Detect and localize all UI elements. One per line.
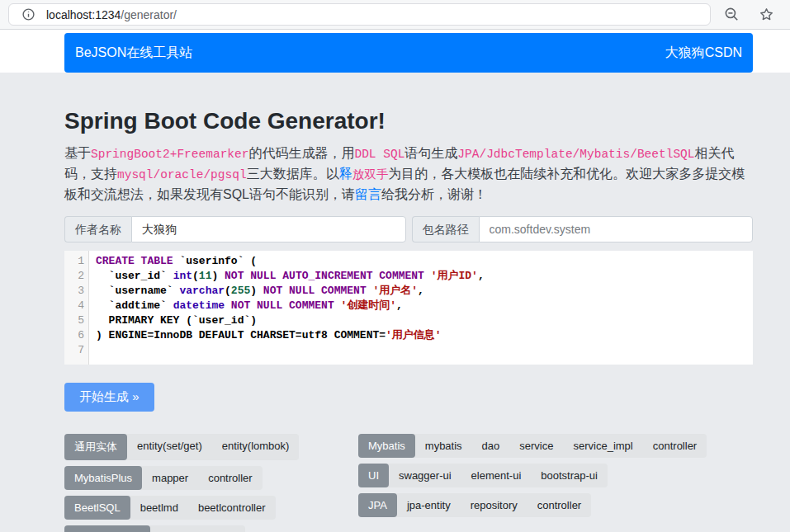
code-token: (: [225, 285, 231, 297]
inline-code: 放双手: [352, 168, 389, 181]
info-icon[interactable]: [17, 4, 39, 26]
zoom-out-icon[interactable]: [721, 4, 742, 26]
code-token: ,: [478, 270, 485, 282]
generate-button[interactable]: 开始生成 »: [64, 383, 154, 412]
url-host: localhost:1234: [46, 8, 121, 21]
template-link[interactable]: entity(lombok): [212, 434, 300, 460]
code-token: varchar: [179, 285, 225, 297]
editor-code[interactable]: CREATE TABLE `userinfo` ( `user_id` int(…: [89, 251, 753, 365]
inline-link[interactable]: 留言: [355, 187, 381, 201]
template-link[interactable]: jpa-entity: [397, 493, 461, 517]
template-link[interactable]: service: [509, 434, 563, 458]
navbar-brand-link[interactable]: BeJSON在线工具站: [75, 45, 192, 62]
sql-editor[interactable]: 1234567 CREATE TABLE `userinfo` ( `user_…: [64, 251, 753, 365]
template-group-label: MybatisPlus: [64, 466, 142, 490]
text-segment: 给我分析，谢谢！: [381, 187, 487, 201]
template-link[interactable]: mapper: [142, 466, 198, 490]
template-link[interactable]: beetlmd: [130, 496, 188, 520]
template-link[interactable]: controller: [527, 493, 591, 517]
code-token: '用户名': [373, 285, 419, 297]
author-label: 作者名称: [64, 216, 131, 242]
code-token: [367, 285, 373, 297]
template-group-label: JPA: [358, 493, 397, 517]
code-token: NOT NULL COMMENT: [263, 285, 367, 297]
inline-code: SpringBoot2+Freemarker: [91, 148, 248, 161]
template-column-left: 通用实体entity(set/get)entity(lombok)Mybatis…: [64, 434, 358, 532]
code-line[interactable]: [96, 343, 753, 358]
template-link[interactable]: repository: [461, 493, 527, 517]
code-line[interactable]: ) ENGINE=InnoDB DEFAULT CHARSET=utf8 COM…: [96, 328, 753, 343]
site-navbar: BeJSON在线工具站 大狼狗CSDN: [64, 33, 753, 73]
template-link[interactable]: mybatis: [415, 434, 472, 458]
code-token: ,: [418, 285, 424, 297]
template-link[interactable]: daoimpl: [150, 525, 208, 532]
settings-form: 作者名称 包名路径: [64, 216, 753, 242]
template-groups: 通用实体entity(set/get)entity(lombok)Mybatis…: [64, 434, 753, 532]
template-link[interactable]: bootstrap-ui: [531, 464, 608, 487]
line-number: 7: [64, 343, 84, 358]
inline-code: mysql/oracle/pgsql: [117, 168, 247, 181]
package-input[interactable]: [479, 216, 754, 242]
inline-code: JPA/JdbcTemplate/Mybatis/BeetlSQL: [457, 148, 694, 161]
address-bar[interactable]: localhost:1234/generator/: [8, 3, 711, 26]
code-token: ) ENGINE=InnoDB DEFAULT CHARSET=utf8 COM…: [96, 329, 386, 341]
template-link[interactable]: controller: [643, 434, 707, 458]
editor-gutter: 1234567: [64, 251, 89, 365]
author-input[interactable]: [131, 216, 406, 242]
code-token: CREATE TABLE: [96, 255, 173, 267]
text-segment: 三大数据库。以: [247, 167, 339, 181]
code-token: [334, 299, 341, 312]
template-link[interactable]: element-ui: [461, 464, 532, 487]
code-line[interactable]: `user_id` int(11) NOT NULL AUTO_INCREMEN…: [96, 269, 753, 284]
code-token: 255: [231, 285, 250, 297]
template-group-label: 通用实体: [64, 434, 127, 460]
code-line[interactable]: PRIMARY KEY (`user_id`): [96, 313, 753, 328]
url-text[interactable]: localhost:1234/generator/: [46, 8, 177, 21]
code-token: `addtime`: [96, 299, 173, 312]
star-icon[interactable]: [755, 4, 777, 26]
code-token: PRIMARY KEY (`user_id`): [96, 314, 257, 327]
code-token: [225, 299, 231, 312]
package-input-group: 包名路径: [412, 216, 754, 242]
code-token: int: [173, 270, 192, 282]
code-token: NOT NULL AUTO_INCREMENT COMMENT: [225, 270, 424, 282]
template-link[interactable]: dao: [472, 434, 510, 458]
code-token: '用户ID': [431, 270, 478, 282]
template-link[interactable]: controller: [198, 466, 262, 490]
template-group-label: BeetlSQL: [64, 496, 130, 520]
code-token: `user_id`: [96, 270, 173, 282]
line-number: 2: [64, 269, 84, 284]
code-token: '用户信息': [386, 329, 442, 341]
template-link[interactable]: swagger-ui: [389, 464, 461, 487]
code-token: NOT NULL COMMENT: [231, 299, 334, 312]
template-group: JdbcTemplatedaoimpldao: [64, 525, 245, 532]
template-link[interactable]: dao: [208, 525, 246, 532]
template-group-label: UI: [358, 464, 389, 487]
code-token: [424, 270, 431, 282]
code-line[interactable]: `username` varchar(255) NOT NULL COMMENT…: [96, 284, 753, 299]
code-line[interactable]: `addtime` datetime NOT NULL COMMENT '创建时…: [96, 299, 753, 313]
text-segment: 的代码生成器，用: [248, 146, 354, 160]
line-number: 3: [64, 284, 84, 299]
code-token: datetime: [173, 299, 225, 312]
template-group-label: Mybatis: [358, 434, 415, 458]
code-token: (: [192, 270, 199, 282]
code-token: ): [211, 270, 225, 282]
line-number: 6: [64, 328, 84, 343]
code-line[interactable]: CREATE TABLE `userinfo` (: [96, 254, 753, 269]
navbar-csdn-link[interactable]: 大狼狗CSDN: [665, 45, 742, 62]
template-group: Mybatismybatisdaoserviceservice_implcont…: [358, 434, 707, 458]
template-link[interactable]: beetlcontroller: [188, 496, 276, 520]
code-token: ): [250, 285, 263, 297]
template-link[interactable]: entity(set/get): [127, 434, 212, 460]
page-title: Spring Boot Code Generator!: [64, 108, 753, 134]
description: 基于SpringBoot2+Freemarker的代码生成器，用DDL SQL语…: [64, 144, 753, 205]
code-token: `userinfo` (: [173, 255, 257, 267]
browser-toolbar: localhost:1234/generator/: [0, 0, 790, 30]
jumbotron: Spring Boot Code Generator! 基于SpringBoot…: [0, 73, 790, 532]
line-number: 1: [64, 254, 84, 269]
template-group: JPAjpa-entityrepositorycontroller: [358, 493, 591, 517]
inline-link[interactable]: 释: [339, 167, 352, 181]
page: BeJSON在线工具站 大狼狗CSDN Spring Boot Code Gen…: [0, 33, 790, 532]
template-link[interactable]: service_impl: [563, 434, 642, 458]
